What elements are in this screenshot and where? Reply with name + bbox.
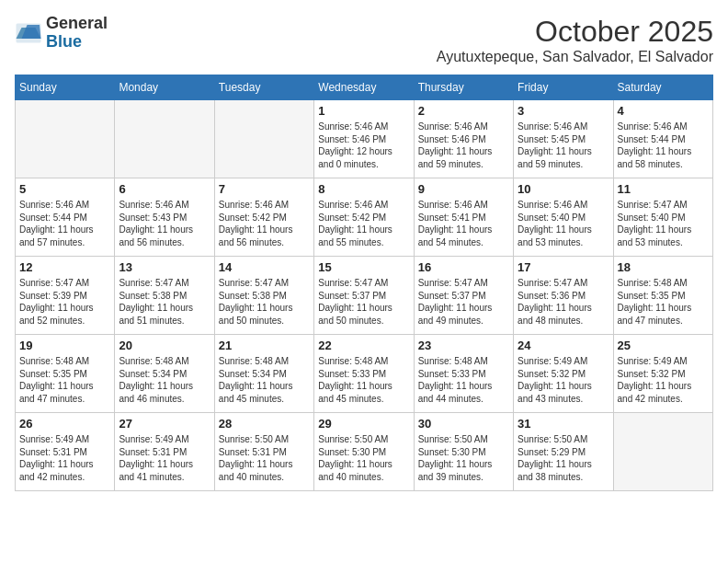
day-info: Sunrise: 5:49 AMSunset: 5:31 PMDaylight:… [19, 433, 110, 483]
day-info: Sunrise: 5:48 AMSunset: 5:35 PMDaylight:… [618, 277, 709, 327]
day-info: Sunrise: 5:46 AMSunset: 5:42 PMDaylight:… [219, 199, 310, 248]
day-info: Sunrise: 5:46 AMSunset: 5:40 PMDaylight:… [518, 199, 609, 248]
calendar-cell: 3Sunrise: 5:46 AMSunset: 5:45 PMDaylight… [514, 100, 613, 178]
calendar-cell: 11Sunrise: 5:47 AMSunset: 5:40 PMDayligh… [613, 178, 712, 257]
day-info: Sunrise: 5:50 AMSunset: 5:31 PMDaylight:… [219, 433, 310, 483]
day-number: 5 [19, 182, 110, 196]
weekday-header: Sunday [16, 75, 115, 100]
day-number: 10 [518, 182, 609, 196]
day-number: 6 [119, 182, 210, 196]
calendar-cell [16, 100, 115, 178]
day-info: Sunrise: 5:49 AMSunset: 5:31 PMDaylight:… [119, 433, 210, 483]
calendar-cell: 21Sunrise: 5:48 AMSunset: 5:34 PMDayligh… [214, 335, 313, 413]
day-number: 7 [219, 182, 310, 196]
day-number: 19 [19, 339, 110, 352]
calendar-cell: 24Sunrise: 5:49 AMSunset: 5:32 PMDayligh… [514, 335, 613, 413]
day-number: 20 [119, 339, 210, 352]
calendar-week-row: 12Sunrise: 5:47 AMSunset: 5:39 PMDayligh… [16, 257, 713, 335]
logo-line1: General [46, 15, 108, 33]
calendar-week-row: 5Sunrise: 5:46 AMSunset: 5:44 PMDaylight… [16, 178, 713, 257]
day-number: 28 [219, 417, 310, 431]
weekday-header: Monday [115, 75, 214, 100]
weekday-header: Wednesday [314, 75, 414, 100]
day-info: Sunrise: 5:48 AMSunset: 5:35 PMDaylight:… [19, 355, 110, 405]
logo: General Blue [15, 15, 108, 52]
day-number: 22 [318, 339, 409, 352]
day-info: Sunrise: 5:49 AMSunset: 5:32 PMDaylight:… [618, 355, 709, 405]
day-info: Sunrise: 5:48 AMSunset: 5:33 PMDaylight:… [318, 355, 409, 405]
day-number: 30 [418, 417, 509, 431]
calendar-cell: 8Sunrise: 5:46 AMSunset: 5:42 PMDaylight… [314, 178, 414, 257]
calendar-cell: 23Sunrise: 5:48 AMSunset: 5:33 PMDayligh… [414, 335, 513, 413]
day-info: Sunrise: 5:46 AMSunset: 5:44 PMDaylight:… [618, 121, 709, 170]
weekday-header: Tuesday [214, 75, 313, 100]
calendar-cell: 7Sunrise: 5:46 AMSunset: 5:42 PMDaylight… [214, 178, 313, 257]
calendar-cell [613, 413, 712, 491]
day-number: 11 [618, 182, 709, 196]
calendar-cell: 20Sunrise: 5:48 AMSunset: 5:34 PMDayligh… [115, 335, 214, 413]
calendar-cell: 19Sunrise: 5:48 AMSunset: 5:35 PMDayligh… [16, 335, 115, 413]
day-info: Sunrise: 5:50 AMSunset: 5:29 PMDaylight:… [518, 433, 609, 483]
day-info: Sunrise: 5:50 AMSunset: 5:30 PMDaylight:… [318, 433, 409, 483]
day-info: Sunrise: 5:50 AMSunset: 5:30 PMDaylight:… [418, 433, 509, 483]
calendar-cell: 15Sunrise: 5:47 AMSunset: 5:37 PMDayligh… [314, 257, 414, 335]
day-info: Sunrise: 5:47 AMSunset: 5:37 PMDaylight:… [418, 277, 509, 327]
calendar-cell: 18Sunrise: 5:48 AMSunset: 5:35 PMDayligh… [613, 257, 712, 335]
month-title: October 2025 [437, 15, 713, 49]
day-info: Sunrise: 5:47 AMSunset: 5:39 PMDaylight:… [19, 277, 110, 327]
day-info: Sunrise: 5:49 AMSunset: 5:32 PMDaylight:… [518, 355, 609, 405]
logo-line2: Blue [46, 33, 108, 52]
day-number: 18 [618, 260, 709, 274]
weekday-header: Saturday [613, 75, 712, 100]
weekday-header: Thursday [414, 75, 513, 100]
day-number: 16 [418, 260, 509, 274]
day-number: 17 [518, 260, 609, 274]
day-number: 14 [219, 260, 310, 274]
day-number: 23 [418, 339, 509, 352]
calendar-week-row: 19Sunrise: 5:48 AMSunset: 5:35 PMDayligh… [16, 335, 713, 413]
calendar-cell: 28Sunrise: 5:50 AMSunset: 5:31 PMDayligh… [214, 413, 313, 491]
calendar-cell: 16Sunrise: 5:47 AMSunset: 5:37 PMDayligh… [414, 257, 513, 335]
day-info: Sunrise: 5:46 AMSunset: 5:46 PMDaylight:… [418, 121, 509, 170]
day-number: 26 [19, 417, 110, 431]
calendar-cell: 17Sunrise: 5:47 AMSunset: 5:36 PMDayligh… [514, 257, 613, 335]
day-number: 15 [318, 260, 409, 274]
calendar-cell [115, 100, 214, 178]
calendar-cell [214, 100, 313, 178]
calendar-cell: 10Sunrise: 5:46 AMSunset: 5:40 PMDayligh… [514, 178, 613, 257]
weekday-header: Friday [514, 75, 613, 100]
calendar-cell: 31Sunrise: 5:50 AMSunset: 5:29 PMDayligh… [514, 413, 613, 491]
day-info: Sunrise: 5:48 AMSunset: 5:33 PMDaylight:… [418, 355, 509, 405]
day-number: 9 [418, 182, 509, 196]
weekday-header-row: SundayMondayTuesdayWednesdayThursdayFrid… [16, 75, 713, 100]
day-info: Sunrise: 5:46 AMSunset: 5:46 PMDaylight:… [318, 121, 409, 170]
calendar-cell: 5Sunrise: 5:46 AMSunset: 5:44 PMDaylight… [16, 178, 115, 257]
calendar-cell: 6Sunrise: 5:46 AMSunset: 5:43 PMDaylight… [115, 178, 214, 257]
calendar-week-row: 26Sunrise: 5:49 AMSunset: 5:31 PMDayligh… [16, 413, 713, 491]
day-info: Sunrise: 5:46 AMSunset: 5:42 PMDaylight:… [318, 199, 409, 248]
day-number: 2 [418, 104, 509, 118]
day-number: 12 [19, 260, 110, 274]
title-section: October 2025 Ayutuxtepeque, San Salvador… [437, 15, 713, 65]
day-info: Sunrise: 5:47 AMSunset: 5:38 PMDaylight:… [219, 277, 310, 327]
day-info: Sunrise: 5:47 AMSunset: 5:36 PMDaylight:… [518, 277, 609, 327]
day-number: 25 [618, 339, 709, 352]
day-number: 27 [119, 417, 210, 431]
calendar-cell: 4Sunrise: 5:46 AMSunset: 5:44 PMDaylight… [613, 100, 712, 178]
location-title: Ayutuxtepeque, San Salvador, El Salvador [437, 49, 713, 65]
calendar-cell: 27Sunrise: 5:49 AMSunset: 5:31 PMDayligh… [115, 413, 214, 491]
calendar-cell: 12Sunrise: 5:47 AMSunset: 5:39 PMDayligh… [16, 257, 115, 335]
logo-icon [15, 22, 42, 44]
calendar-week-row: 1Sunrise: 5:46 AMSunset: 5:46 PMDaylight… [16, 100, 713, 178]
day-info: Sunrise: 5:47 AMSunset: 5:37 PMDaylight:… [318, 277, 409, 327]
day-number: 21 [219, 339, 310, 352]
calendar-cell: 13Sunrise: 5:47 AMSunset: 5:38 PMDayligh… [115, 257, 214, 335]
calendar-cell: 25Sunrise: 5:49 AMSunset: 5:32 PMDayligh… [613, 335, 712, 413]
day-number: 1 [318, 104, 409, 118]
day-number: 8 [318, 182, 409, 196]
calendar-cell: 29Sunrise: 5:50 AMSunset: 5:30 PMDayligh… [314, 413, 414, 491]
calendar-cell: 1Sunrise: 5:46 AMSunset: 5:46 PMDaylight… [314, 100, 414, 178]
day-info: Sunrise: 5:47 AMSunset: 5:40 PMDaylight:… [618, 199, 709, 248]
day-number: 31 [518, 417, 609, 431]
calendar-table: SundayMondayTuesdayWednesdayThursdayFrid… [15, 75, 713, 491]
